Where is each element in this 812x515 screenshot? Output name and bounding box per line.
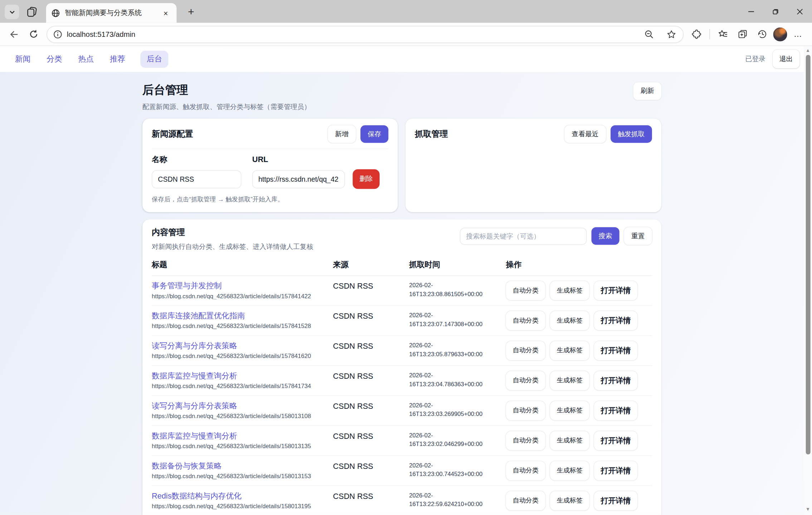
article-source: CSDN RSS xyxy=(333,281,409,290)
article-title-link[interactable]: 数据库连接池配置优化指南 xyxy=(152,311,245,321)
open-detail-button[interactable]: 打开详情 xyxy=(594,431,638,450)
scrollbar-thumb[interactable] xyxy=(806,55,810,454)
address-bar[interactable]: localhost:5173/admin xyxy=(47,26,684,43)
card-divider xyxy=(152,148,388,149)
open-detail-button[interactable]: 打开详情 xyxy=(594,461,638,480)
page-viewport: 新闻 分类 热点 推荐 后台 已登录 退出 后台管理 配置新闻源、触发抓取、管理… xyxy=(0,46,812,515)
trigger-crawl-button[interactable]: 触发抓取 xyxy=(611,125,652,143)
article-source: CSDN RSS xyxy=(333,341,409,350)
open-detail-button[interactable]: 打开详情 xyxy=(594,341,638,360)
col-source: 来源 xyxy=(333,260,409,269)
article-url: https://blog.csdn.net/qq_42568323/articl… xyxy=(152,443,333,449)
extensions-button[interactable] xyxy=(688,26,705,42)
article-crawl-time: 2026-02-16T13:23:07.147308+00:00 xyxy=(409,311,498,329)
settings-menu-button[interactable]: … xyxy=(789,26,807,42)
generate-tags-button[interactable]: 生成标签 xyxy=(550,401,589,421)
auto-classify-button[interactable]: 自动分类 xyxy=(506,461,545,480)
article-title-link[interactable]: 事务管理与并发控制 xyxy=(152,281,222,291)
generate-tags-button[interactable]: 生成标签 xyxy=(550,461,589,480)
open-detail-button[interactable]: 打开详情 xyxy=(594,491,638,510)
table-header: 标题 来源 抓取时间 操作 xyxy=(152,251,652,276)
open-detail-button[interactable]: 打开详情 xyxy=(594,281,638,300)
article-crawl-time: 2026-02-16T13:23:02.046299+00:00 xyxy=(409,431,498,449)
article-source: CSDN RSS xyxy=(333,461,409,470)
tab-search-button[interactable] xyxy=(5,5,19,19)
auto-classify-button[interactable]: 自动分类 xyxy=(506,371,545,391)
auto-classify-button[interactable]: 自动分类 xyxy=(506,341,545,360)
admin-container: 后台管理 配置新闻源、触发抓取、管理分类与标签（需要管理员） 刷新 新闻源配置 … xyxy=(142,72,661,515)
nav-item-admin[interactable]: 后台 xyxy=(140,50,168,68)
source-name-input[interactable] xyxy=(152,170,241,188)
source-hint: 保存后，点击“抓取管理 → 触发抓取”开始入库。 xyxy=(152,195,388,204)
content-card-subtitle: 对新闻执行自动分类、生成标签、进入详情做人工复核 xyxy=(152,242,313,251)
tab-close-button[interactable]: × xyxy=(160,7,171,19)
generate-tags-button[interactable]: 生成标签 xyxy=(550,431,589,450)
browser-toolbar: localhost:5173/admin … xyxy=(0,23,812,46)
add-source-button[interactable]: 新增 xyxy=(328,125,356,143)
article-title-link[interactable]: 数据备份与恢复策略 xyxy=(152,461,222,471)
view-recent-button[interactable]: 查看最近 xyxy=(564,125,606,143)
browser-tab[interactable]: 智能新闻摘要与分类系统 × xyxy=(46,3,177,23)
generate-tags-button[interactable]: 生成标签 xyxy=(550,281,589,300)
scroll-down-arrow[interactable]: ▼ xyxy=(806,505,810,514)
nav-right: 已登录 退出 xyxy=(745,50,799,68)
auto-classify-button[interactable]: 自动分类 xyxy=(506,311,545,330)
extensions-puzzle-icon xyxy=(691,29,702,39)
reset-button[interactable]: 重置 xyxy=(624,227,652,245)
article-crawl-time: 2026-02-16T13:23:00.744523+00:00 xyxy=(409,461,498,479)
article-title-link[interactable]: 数据库监控与慢查询分析 xyxy=(152,431,237,441)
favorite-this-page-button[interactable] xyxy=(662,26,680,42)
close-window-button[interactable] xyxy=(788,0,812,23)
col-title: 标题 xyxy=(152,260,333,269)
scroll-up-arrow[interactable]: ▲ xyxy=(806,46,810,55)
open-detail-button[interactable]: 打开详情 xyxy=(594,401,638,421)
auto-classify-button[interactable]: 自动分类 xyxy=(506,281,545,300)
refresh-icon xyxy=(29,29,38,39)
open-detail-button[interactable]: 打开详情 xyxy=(594,311,638,330)
save-sources-button[interactable]: 保存 xyxy=(360,125,388,143)
article-title-link[interactable]: 读写分离与分库分表策略 xyxy=(152,341,237,351)
logout-button[interactable]: 退出 xyxy=(773,50,799,68)
nav-item-categories[interactable]: 分类 xyxy=(45,50,63,68)
collections-icon xyxy=(738,29,748,39)
article-title-link[interactable]: Redis数据结构与内存优化 xyxy=(152,491,242,501)
restore-button[interactable] xyxy=(763,0,788,23)
article-title-link[interactable]: 数据库监控与慢查询分析 xyxy=(152,371,237,381)
crawl-card-title: 抓取管理 xyxy=(415,129,448,139)
favorites-list-icon xyxy=(718,29,728,39)
nav-item-news[interactable]: 新闻 xyxy=(14,50,31,68)
generate-tags-button[interactable]: 生成标签 xyxy=(550,371,589,391)
open-detail-button[interactable]: 打开详情 xyxy=(594,371,638,391)
auto-classify-button[interactable]: 自动分类 xyxy=(506,431,545,450)
generate-tags-button[interactable]: 生成标签 xyxy=(550,341,589,360)
search-button[interactable]: 搜索 xyxy=(592,227,619,245)
refresh-button[interactable] xyxy=(25,26,42,42)
back-button[interactable] xyxy=(5,26,23,42)
profile-avatar[interactable] xyxy=(773,27,787,41)
history-button[interactable] xyxy=(754,26,771,42)
refresh-page-button[interactable]: 刷新 xyxy=(633,82,661,100)
star-icon xyxy=(666,29,676,39)
delete-source-button[interactable]: 删除 xyxy=(352,169,379,189)
site-info-icon xyxy=(53,30,62,39)
minimize-button[interactable] xyxy=(739,0,763,23)
search-input[interactable] xyxy=(460,227,587,245)
article-url: https://blog.csdn.net/qq_42568323/articl… xyxy=(152,383,333,389)
workspaces-button[interactable] xyxy=(26,6,38,18)
new-tab-button[interactable]: + xyxy=(184,4,199,19)
nav-item-recommend[interactable]: 推荐 xyxy=(109,50,126,68)
collections-button[interactable] xyxy=(734,26,752,42)
minimize-icon xyxy=(748,8,755,15)
auto-classify-button[interactable]: 自动分类 xyxy=(506,401,545,421)
table-row: Redis数据结构与内存优化 https://blog.csdn.net/qq_… xyxy=(152,486,652,515)
generate-tags-button[interactable]: 生成标签 xyxy=(550,311,589,330)
table-body: 事务管理与并发控制 https://blog.csdn.net/qq_42568… xyxy=(152,276,652,515)
col-actions: 操作 xyxy=(506,260,652,269)
auto-classify-button[interactable]: 自动分类 xyxy=(506,491,545,510)
article-title-link[interactable]: 读写分离与分库分表策略 xyxy=(152,401,237,411)
generate-tags-button[interactable]: 生成标签 xyxy=(550,491,589,510)
source-url-input[interactable] xyxy=(252,170,345,188)
favorites-button[interactable] xyxy=(714,26,732,42)
nav-item-hot[interactable]: 热点 xyxy=(77,50,95,68)
zoom-out-button[interactable] xyxy=(640,26,658,42)
